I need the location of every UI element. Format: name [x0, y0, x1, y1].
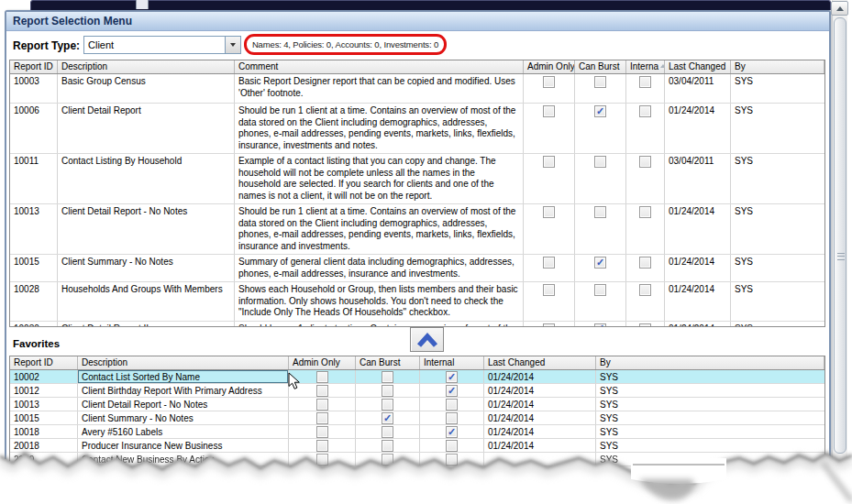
checkbox-can-burst-unchecked[interactable]: [594, 156, 606, 168]
checkbox-admin-only-unchecked[interactable]: [543, 257, 555, 268]
checkbox-can-burst-unchecked[interactable]: [594, 206, 606, 218]
cell-internal: [626, 154, 665, 203]
column-header-can-burst[interactable]: Can Burst: [356, 356, 420, 369]
column-header-last-changed[interactable]: Last Changed: [665, 60, 731, 73]
checkbox-admin-only-unchecked[interactable]: [543, 156, 555, 168]
dialog-titlebar[interactable]: Report Selection Menu: [6, 12, 829, 31]
dropdown-arrow-icon: [230, 43, 236, 47]
checkbox-can-burst-unchecked[interactable]: [382, 454, 393, 466]
checkbox-admin-only-unchecked[interactable]: [316, 440, 328, 452]
cell-description: Contact List Sorted By Name: [78, 370, 289, 383]
table-row-10003[interactable]: 10003Basic Group CensusBasic Report Desi…: [10, 74, 824, 104]
checkbox-internal-unchecked[interactable]: [639, 323, 651, 328]
checkbox-can-burst-unchecked[interactable]: [594, 76, 606, 88]
cell-can-burst: [356, 411, 420, 424]
column-header-internal[interactable]: Internal: [420, 356, 484, 369]
checkbox-admin-only-unchecked[interactable]: [543, 323, 555, 328]
checkbox-internal-unchecked[interactable]: [446, 440, 458, 452]
table-row-10015[interactable]: 10015Client Summary - No NotesSummary of…: [10, 255, 824, 282]
table-row-2300[interactable]: 2300Contact New Business By ActionSYS: [10, 453, 824, 466]
checkbox-internal-checked[interactable]: [446, 426, 458, 438]
report-type-combobox[interactable]: Client: [83, 36, 241, 54]
checkbox-can-burst-unchecked[interactable]: [382, 440, 393, 452]
cell-can-burst: [356, 384, 420, 397]
scrollbar-thumb[interactable]: [834, 17, 846, 454]
vertical-scrollbar[interactable]: [832, 0, 847, 469]
checkbox-can-burst-unchecked[interactable]: [382, 371, 393, 383]
checkbox-admin-only-unchecked[interactable]: [316, 426, 328, 438]
column-header-can-burst[interactable]: Can Burst: [575, 60, 626, 73]
table-row-10012[interactable]: 10012Client Birthday Report With Primary…: [10, 384, 824, 398]
cell-by: SYS: [731, 255, 824, 281]
checkbox-internal-unchecked[interactable]: [639, 76, 651, 88]
cell-internal: [420, 398, 484, 411]
checkbox-admin-only-unchecked[interactable]: [543, 105, 555, 117]
column-header-comment[interactable]: Comment: [235, 60, 524, 73]
combobox-dropdown-button[interactable]: [225, 37, 240, 53]
checkbox-internal-unchecked[interactable]: [446, 454, 458, 466]
table-row-10028[interactable]: 10028Households And Groups With MembersS…: [10, 282, 824, 322]
column-header-interna[interactable]: Interna: [626, 60, 665, 73]
checkbox-admin-only-unchecked[interactable]: [543, 284, 555, 296]
chevron-up-icon: [415, 332, 440, 348]
checkbox-internal-unchecked[interactable]: [639, 257, 651, 268]
column-header-by[interactable]: By: [731, 60, 824, 73]
cell-description: Contact New Business By Action: [78, 453, 289, 466]
scrollbar-grip-icon: [837, 253, 845, 260]
column-header-last-changed[interactable]: Last Changed: [484, 356, 596, 369]
column-header-by[interactable]: By: [596, 356, 824, 369]
table-row-20018[interactable]: 20018Producer Insurance New Business01/2…: [10, 439, 824, 453]
column-header-admin-only[interactable]: Admin Only: [524, 60, 575, 73]
column-header-description[interactable]: Description: [78, 356, 289, 369]
column-header-description[interactable]: Description: [58, 60, 235, 73]
checkbox-admin-only-unchecked[interactable]: [543, 206, 555, 218]
move-up-button[interactable]: [410, 327, 444, 352]
checkbox-internal-unchecked[interactable]: [639, 206, 651, 218]
checkbox-can-burst-checked[interactable]: [594, 257, 606, 268]
checkbox-can-burst-unchecked[interactable]: [382, 385, 393, 397]
checkbox-can-burst-unchecked[interactable]: [382, 399, 393, 411]
scrollbar-up-button[interactable]: [831, 1, 848, 16]
checkbox-can-burst-checked[interactable]: [382, 412, 393, 424]
checkbox-admin-only-unchecked[interactable]: [543, 76, 555, 88]
checkbox-internal-unchecked[interactable]: [639, 105, 651, 117]
column-header-report-id[interactable]: Report ID: [10, 356, 78, 369]
counts-text: Names: 4, Policies: 0, Accounts: 0, Inve…: [252, 39, 438, 49]
checkbox-internal-unchecked[interactable]: [446, 412, 458, 424]
checkbox-can-burst-unchecked[interactable]: [594, 284, 606, 296]
column-header-report-id[interactable]: Report ID: [10, 60, 58, 73]
cell-last-changed: 01/24/2014: [484, 425, 596, 438]
cell-internal: [626, 104, 665, 153]
cell-description: Client Detail Report - No Notes: [58, 204, 235, 254]
cell-id: 10013: [10, 398, 78, 411]
checkbox-can-burst-unchecked[interactable]: [382, 426, 393, 438]
cell-by: SYS: [731, 204, 824, 254]
report-type-value: Client: [84, 39, 225, 50]
checkbox-can-burst-checked[interactable]: [594, 105, 606, 117]
cell-internal: [626, 282, 665, 321]
checkbox-admin-only-unchecked[interactable]: [316, 371, 328, 383]
table-row-10006[interactable]: 10006Client Detail ReportShould be run 1…: [10, 104, 824, 154]
checkbox-admin-only-unchecked[interactable]: [316, 412, 328, 424]
cell-comment: Summary of general client data including…: [235, 255, 524, 281]
table-row-10002[interactable]: 10002Contact List Sorted By Name01/24/20…: [10, 370, 824, 384]
table-row-10013[interactable]: 10013Client Detail Report - No NotesShou…: [10, 204, 824, 255]
checkbox-can-burst-checked[interactable]: [594, 323, 606, 328]
table-row-10013[interactable]: 10013Client Detail Report - No Notes01/2…: [10, 398, 824, 411]
screen: Report Selection Menu Report Type: Clien…: [0, 0, 852, 504]
checkbox-internal-unchecked[interactable]: [446, 399, 458, 411]
checkbox-internal-unchecked[interactable]: [639, 156, 651, 168]
table-row-10011[interactable]: 10011Contact Listing By HouseholdExample…: [10, 154, 824, 204]
cell-by: SYS: [731, 154, 824, 203]
table-row-10015[interactable]: 10015Client Summary - No Notes01/24/2014…: [10, 411, 824, 425]
checkbox-internal-checked[interactable]: [446, 371, 458, 383]
column-header-admin-only[interactable]: Admin Only: [289, 356, 356, 369]
cell-comment: Should be run 1 client at a time. Contai…: [235, 322, 524, 328]
checkbox-admin-only-unchecked[interactable]: [316, 385, 328, 397]
checkbox-admin-only-unchecked[interactable]: [316, 399, 328, 411]
checkbox-admin-only-unchecked[interactable]: [316, 454, 328, 466]
checkbox-internal-checked[interactable]: [446, 385, 458, 397]
cell-internal: [420, 370, 484, 383]
checkbox-internal-unchecked[interactable]: [639, 284, 651, 296]
table-row-10018[interactable]: 10018Avery #5160 Labels01/24/2014SYS: [10, 425, 824, 439]
